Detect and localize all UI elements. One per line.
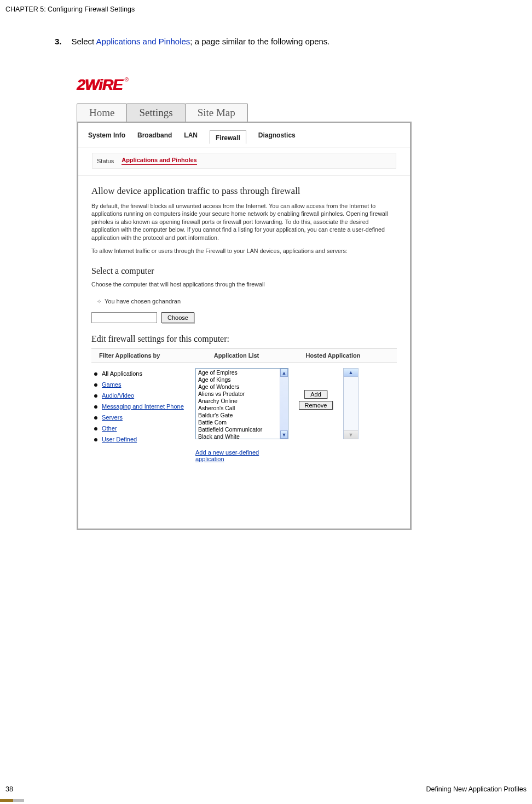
step-pre: Select [72, 37, 96, 46]
filter-audio-video[interactable]: Audio/Video [94, 390, 190, 401]
bullet-icon [94, 427, 97, 430]
bullet-icon [94, 438, 97, 441]
breadcrumb: Status Applications and Pinholes [92, 153, 396, 169]
app-option[interactable]: Baldur's Gate [196, 412, 288, 419]
content-area: Allow device application traffic to pass… [78, 176, 410, 473]
main-tab-bar: Home Settings Site Map [77, 104, 412, 122]
status-label: Status [97, 158, 114, 164]
header-hosted: Hosted Application [286, 352, 397, 359]
logo-text: 2WiRE [77, 76, 122, 94]
choose-computer-text: Choose the computer that will host appli… [91, 280, 397, 288]
filter-label: Audio/Video [102, 392, 134, 399]
transfer-buttons: Add Remove [294, 390, 338, 410]
subtab-lan[interactable]: LAN [184, 130, 198, 143]
logo: 2WiRE® [77, 76, 412, 94]
screenshot-container: 2WiRE® Home Settings Site Map System Inf… [77, 76, 412, 530]
subtab-broadband[interactable]: Broadband [137, 130, 172, 143]
filter-label: Messaging and Internet Phone [102, 403, 184, 410]
section-heading-edit-firewall: Edit firewall settings for this computer… [91, 334, 397, 344]
filter-label: Games [102, 381, 121, 388]
application-list-column: Age of Empires Age of Kings Age of Wonde… [195, 368, 288, 462]
scroll-down-icon[interactable]: ▼ [280, 430, 288, 439]
hosted-application-list[interactable]: ▲ ▼ [343, 368, 358, 439]
filter-label: Other [102, 425, 117, 432]
chosen-computer-row: ✧ You have chosen gchandran [91, 294, 397, 309]
instruction-step: 3. Select Applications and Pinholes; a p… [55, 37, 532, 46]
breadcrumb-row: Status Applications and Pinholes [78, 147, 410, 176]
editor-row: All Applications Games Audio/Video Messa… [91, 368, 397, 462]
subtab-system-info[interactable]: System Info [88, 130, 125, 143]
pin-icon: ✧ [97, 298, 101, 305]
scroll-up-icon[interactable]: ▲ [344, 369, 358, 377]
hosted-application-column: ▲ ▼ [343, 368, 392, 439]
app-option[interactable]: Black and White [196, 433, 288, 439]
filter-user-defined[interactable]: User Defined [94, 434, 190, 445]
step-text: Select Applications and Pinholes; a page… [72, 37, 330, 46]
chosen-computer-text: You have chosen gchandran [105, 298, 181, 305]
scroll-down-icon: ▼ [344, 430, 358, 439]
app-option[interactable]: Battle Com [196, 419, 288, 426]
bullet-icon [94, 394, 97, 398]
filter-games[interactable]: Games [94, 379, 190, 390]
step-number: 3. [55, 37, 62, 46]
page-footer: 38 Defining New Application Profiles [5, 785, 527, 793]
section-heading-allow: Allow device application traffic to pass… [91, 186, 397, 197]
choose-button[interactable]: Choose [161, 312, 194, 323]
intro-paragraph-2: To allow Internet traffic or users throu… [91, 247, 397, 255]
app-option[interactable]: Aliens vs Predator [196, 390, 288, 398]
bullet-icon [94, 405, 97, 409]
app-option[interactable]: Battlefield Communicator [196, 426, 288, 433]
application-list-box[interactable]: Age of Empires Age of Kings Age of Wonde… [195, 368, 288, 439]
computer-select-row: Choose [91, 312, 397, 323]
header-filter: Filter Applications by [91, 352, 187, 359]
filter-servers[interactable]: Servers [94, 412, 190, 423]
logo-reg: ® [124, 77, 128, 83]
bullet-icon [94, 416, 97, 420]
computer-select-input[interactable] [91, 312, 157, 323]
settings-panel: System Info Broadband LAN Firewall Diagn… [77, 122, 412, 530]
footer-color-bar [0, 799, 24, 802]
app-option[interactable]: Age of Wonders [196, 383, 288, 390]
page-number: 38 [5, 785, 13, 793]
remove-button[interactable]: Remove [299, 401, 333, 410]
bullet-icon [94, 383, 97, 387]
filter-all-applications[interactable]: All Applications [94, 368, 190, 379]
add-new-user-defined-link[interactable]: Add a new user-defined application [195, 449, 288, 462]
applist-scrollbar[interactable]: ▲ ▼ [280, 369, 288, 439]
add-new-link-label: Add a new user-defined application [195, 449, 259, 462]
filter-label: All Applications [102, 370, 142, 377]
scroll-up-icon[interactable]: ▲ [280, 369, 288, 377]
application-options: Age of Empires Age of Kings Age of Wonde… [196, 369, 288, 439]
bullet-icon [94, 372, 97, 376]
tab-home[interactable]: Home [77, 104, 127, 122]
footer-section-title: Defining New Application Profiles [426, 785, 527, 793]
section-heading-select-computer: Select a computer [91, 266, 397, 276]
app-option[interactable]: Age of Kings [196, 376, 288, 383]
tab-sitemap[interactable]: Site Map [185, 104, 248, 122]
tab-settings[interactable]: Settings [126, 104, 185, 122]
app-option[interactable]: Age of Empires [196, 369, 288, 376]
filter-list: All Applications Games Audio/Video Messa… [91, 368, 190, 445]
filter-messaging-internet-phone[interactable]: Messaging and Internet Phone [94, 401, 190, 412]
app-option[interactable]: Anarchy Online [196, 398, 288, 405]
filter-other[interactable]: Other [94, 423, 190, 434]
applications-pinholes-reference: Applications and Pinholes [96, 37, 190, 46]
add-button[interactable]: Add [304, 390, 327, 399]
chapter-header: CHAPTER 5: Configuring Firewall Settings [0, 0, 532, 13]
subtab-firewall[interactable]: Firewall [210, 130, 246, 144]
app-option[interactable]: Asheron's Call [196, 405, 288, 412]
sub-tab-bar: System Info Broadband LAN Firewall Diagn… [78, 123, 410, 147]
filter-label: User Defined [102, 436, 137, 443]
column-headers: Filter Applications by Application List … [91, 348, 397, 363]
applications-pinholes-link[interactable]: Applications and Pinholes [122, 157, 197, 165]
intro-paragraph-1: By default, the firewall blocks all unwa… [91, 202, 397, 242]
filter-label: Servers [102, 414, 123, 421]
header-applist: Application List [187, 352, 286, 359]
step-post: ; a page similar to the following opens. [190, 37, 329, 46]
subtab-diagnostics[interactable]: Diagnostics [258, 130, 296, 143]
